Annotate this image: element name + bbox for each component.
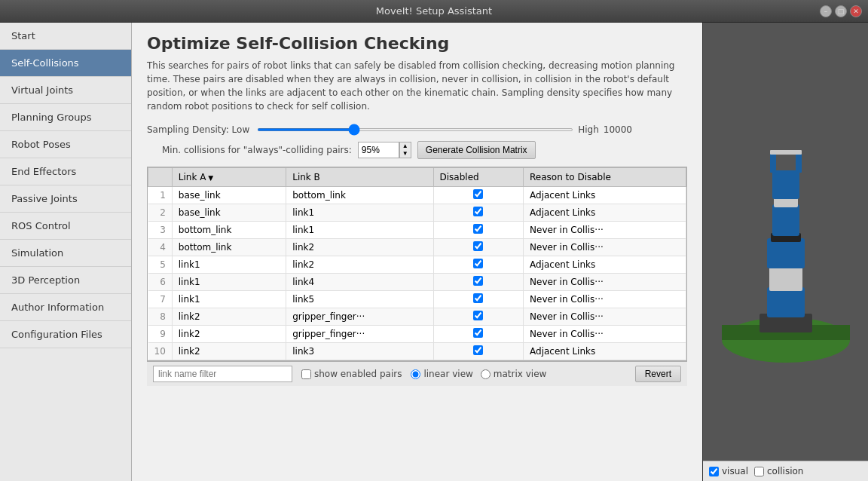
disabled-cell[interactable] — [433, 343, 524, 360]
title-bar: MoveIt! Setup Assistant – □ ✕ — [0, 0, 868, 23]
sampling-value: 10000 — [604, 124, 632, 135]
link-a-cell: link2 — [172, 326, 286, 343]
maximize-button[interactable]: □ — [835, 5, 847, 17]
table-row: 2 base_link link1 Adjacent Links — [148, 204, 686, 222]
sidebar-item-ros-control[interactable]: ROS Control — [0, 213, 131, 240]
sampling-label: Sampling Density: Low — [147, 124, 249, 135]
disabled-checkbox[interactable] — [473, 259, 483, 268]
matrix-view-text: matrix view — [494, 369, 547, 379]
sidebar-item-self-collisions[interactable]: Self-Collisions — [0, 50, 131, 77]
disabled-checkbox[interactable] — [473, 189, 483, 199]
collision-checkbox[interactable] — [754, 467, 764, 476]
link-a-cell: link1 — [172, 256, 286, 274]
slider-high-label: High — [578, 124, 599, 135]
minimize-button[interactable]: – — [820, 5, 832, 17]
matrix-view-label[interactable]: matrix view — [481, 369, 547, 379]
sidebar-item-end-effectors[interactable]: End Effectors — [0, 158, 131, 185]
svg-rect-3 — [767, 287, 805, 317]
visual-checkbox[interactable] — [709, 467, 719, 476]
disabled-checkbox[interactable] — [473, 224, 483, 234]
min-collisions-input[interactable] — [358, 142, 399, 158]
link-a-cell: link2 — [172, 308, 286, 326]
disabled-cell[interactable] — [433, 308, 524, 326]
svg-rect-5 — [767, 238, 805, 268]
disabled-checkbox[interactable] — [473, 328, 483, 338]
link-b-cell: bottom_link — [286, 187, 433, 204]
svg-rect-7 — [772, 204, 799, 236]
view-mode-group: linear view matrix view — [411, 369, 546, 379]
link-filter-input[interactable] — [153, 366, 292, 382]
link-a-cell: link1 — [172, 291, 286, 308]
collision-checkbox-label[interactable]: collision — [754, 466, 803, 476]
row-num: 4 — [148, 239, 173, 256]
disabled-cell[interactable] — [433, 291, 524, 308]
link-b-cell: link2 — [286, 256, 433, 274]
show-enabled-pairs-text: show enabled pairs — [314, 369, 402, 379]
window-title: MoveIt! Setup Assistant — [376, 5, 492, 17]
linear-view-radio[interactable] — [411, 369, 420, 379]
view-bottom-bar: visual collision — [703, 461, 868, 481]
reason-cell: Never in Collis··· — [524, 326, 686, 343]
sidebar-item-start[interactable]: Start — [0, 23, 131, 50]
reason-cell: Never in Collis··· — [524, 291, 686, 308]
disabled-checkbox[interactable] — [473, 311, 483, 320]
sampling-density-slider[interactable] — [257, 128, 573, 131]
sidebar-item-author-information[interactable]: Author Information — [0, 294, 131, 321]
reason-cell: Adjacent Links — [524, 204, 686, 222]
row-num: 6 — [148, 274, 173, 291]
disabled-checkbox[interactable] — [473, 276, 483, 286]
min-collisions-label: Min. collisions for "always"-colliding p… — [162, 145, 352, 155]
svg-rect-12 — [770, 150, 802, 155]
spinner-down-button[interactable]: ▼ — [400, 150, 411, 158]
disabled-cell[interactable] — [433, 187, 524, 204]
disabled-cell[interactable] — [433, 204, 524, 222]
reason-cell: Never in Collis··· — [524, 239, 686, 256]
linear-view-label[interactable]: linear view — [411, 369, 472, 379]
disabled-cell[interactable] — [433, 222, 524, 239]
close-button[interactable]: ✕ — [850, 5, 862, 17]
table-row: 6 link1 link4 Never in Collis··· — [148, 274, 686, 291]
col-link-a[interactable]: Link A — [172, 168, 286, 187]
sidebar-item-3d-perception[interactable]: 3D Perception — [0, 267, 131, 294]
show-enabled-pairs-checkbox[interactable] — [301, 369, 311, 379]
disabled-cell[interactable] — [433, 256, 524, 274]
link-a-cell: link2 — [172, 343, 286, 360]
show-enabled-pairs-label[interactable]: show enabled pairs — [301, 369, 402, 379]
link-b-cell: link1 — [286, 222, 433, 239]
generate-collision-matrix-button[interactable]: Generate Collision Matrix — [417, 141, 536, 159]
spinner-up-button[interactable]: ▲ — [400, 142, 411, 150]
col-reason: Reason to Disable — [524, 168, 686, 187]
robot-svg — [711, 121, 861, 363]
disabled-cell[interactable] — [433, 274, 524, 291]
sidebar-item-simulation[interactable]: Simulation — [0, 240, 131, 267]
revert-button[interactable]: Revert — [635, 366, 681, 382]
disabled-checkbox[interactable] — [473, 207, 483, 216]
page-title: Optimize Self-Collision Checking — [147, 34, 687, 53]
table-row: 4 bottom_link link2 Never in Collis··· — [148, 239, 686, 256]
link-a-cell: base_link — [172, 204, 286, 222]
table-row: 10 link2 link3 Adjacent Links — [148, 343, 686, 360]
reason-cell: Adjacent Links — [524, 187, 686, 204]
collision-label: collision — [767, 466, 803, 476]
reason-cell: Adjacent Links — [524, 343, 686, 360]
sidebar-item-passive-joints[interactable]: Passive Joints — [0, 185, 131, 213]
matrix-view-radio[interactable] — [481, 369, 491, 379]
disabled-checkbox[interactable] — [473, 345, 483, 355]
sidebar-item-robot-poses[interactable]: Robot Poses — [0, 131, 131, 158]
disabled-cell[interactable] — [433, 326, 524, 343]
visual-checkbox-label[interactable]: visual — [709, 466, 748, 476]
row-num: 7 — [148, 291, 173, 308]
disabled-cell[interactable] — [433, 239, 524, 256]
link-b-cell: gripper_finger··· — [286, 326, 433, 343]
sidebar-item-planning-groups[interactable]: Planning Groups — [0, 104, 131, 131]
sidebar-item-configuration-files[interactable]: Configuration Files — [0, 321, 131, 348]
reason-cell: Adjacent Links — [524, 256, 686, 274]
col-link-b: Link B — [286, 168, 433, 187]
link-a-cell: link1 — [172, 274, 286, 291]
disabled-checkbox[interactable] — [473, 241, 483, 251]
disabled-checkbox[interactable] — [473, 293, 483, 303]
sidebar-item-virtual-joints[interactable]: Virtual Joints — [0, 77, 131, 104]
bottom-bar: show enabled pairs linear view matrix vi… — [147, 361, 687, 386]
svg-rect-11 — [796, 152, 802, 173]
table-row: 8 link2 gripper_finger··· Never in Colli… — [148, 308, 686, 326]
